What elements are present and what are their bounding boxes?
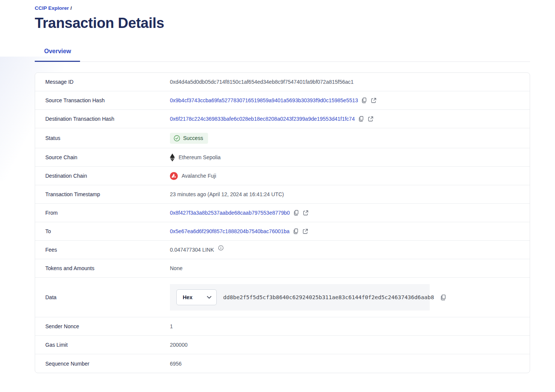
- main-content: CCIP Explorer/ Transaction Details Overv…: [35, 0, 530, 373]
- transaction-details-table: Message ID 0xd4d4a5d0db05dc714f8150c1af6…: [35, 72, 530, 373]
- from-address-link[interactable]: 0x8f427f3a3a8b2537aabde68caab797553e8779…: [170, 210, 290, 216]
- ethereum-icon: [170, 154, 175, 161]
- row-tokens-and-amounts: Tokens and Amounts None: [35, 259, 530, 278]
- row-label: Fees: [35, 247, 170, 253]
- external-link-icon[interactable]: [303, 210, 308, 216]
- dest-chain-cell: Avalanche Fuji: [170, 172, 216, 180]
- row-label: Data: [35, 294, 170, 300]
- row-label: To: [35, 228, 170, 234]
- dest-tx-hash-link[interactable]: 0x6f2178c224c369833bafe6c028eb18ec8208a0…: [170, 116, 355, 122]
- avalanche-icon: [170, 172, 178, 180]
- success-check-icon: [174, 135, 180, 141]
- status-badge: Success: [170, 133, 208, 144]
- breadcrumb-link-ccip-explorer[interactable]: CCIP Explorer: [35, 5, 69, 11]
- row-label: Message ID: [35, 79, 170, 85]
- row-to: To 0x5e67ea6d6f290f857c1888204b7540bac76…: [35, 222, 530, 241]
- row-dest-tx-hash: Destination Transaction Hash 0x6f2178c22…: [35, 110, 530, 128]
- row-label: Source Chain: [35, 154, 170, 160]
- breadcrumb-separator: /: [71, 5, 72, 11]
- row-label: Source Transaction Hash: [35, 97, 170, 103]
- info-icon[interactable]: [218, 245, 224, 251]
- external-link-icon[interactable]: [371, 98, 376, 103]
- row-label: Transaction Timestamp: [35, 191, 170, 197]
- row-label: Sender Nonce: [35, 323, 170, 329]
- source-chain-cell: Ethereum Sepolia: [170, 154, 220, 161]
- status-badge-label: Success: [183, 135, 203, 141]
- copy-icon[interactable]: [440, 294, 447, 301]
- row-source-tx-hash: Source Transaction Hash 0x9b4cf3743ccba6…: [35, 91, 530, 110]
- copy-icon[interactable]: [358, 116, 364, 122]
- message-id-value: 0xd4d4a5d0db05dc714f8150c1af654ed34eb8c9…: [170, 79, 354, 85]
- external-link-icon[interactable]: [302, 229, 308, 234]
- to-address-link[interactable]: 0x5e67ea6d6f290f857c1888204b7540bac76001…: [170, 228, 290, 234]
- chevron-down-icon: [207, 296, 211, 299]
- sequence-number-value: 6956: [170, 361, 182, 367]
- row-message-id: Message ID 0xd4d4a5d0db05dc714f8150c1af6…: [35, 73, 530, 91]
- copy-icon[interactable]: [293, 228, 299, 234]
- row-data: Data Hex dd8be2f5f5d5cf3b8640c62924025b3…: [35, 278, 530, 317]
- data-hex-container: Hex dd8be2f5f5d5cf3b8640c62924025b311ae8…: [170, 284, 430, 311]
- row-label: From: [35, 210, 170, 216]
- dest-chain-name: Avalanche Fuji: [182, 173, 216, 179]
- copy-icon[interactable]: [293, 210, 299, 216]
- gas-limit-value: 200000: [170, 342, 188, 348]
- row-sequence-number: Sequence Number 6956: [35, 354, 530, 373]
- tokens-and-amounts-value: None: [170, 265, 182, 271]
- row-timestamp: Transaction Timestamp 23 minutes ago (Ap…: [35, 185, 530, 204]
- row-label: Tokens and Amounts: [35, 265, 170, 271]
- row-label: Destination Chain: [35, 173, 170, 179]
- row-source-chain: Source Chain Ethereum Sepolia: [35, 148, 530, 167]
- row-status: Status Success: [35, 128, 530, 148]
- source-tx-hash-link[interactable]: 0x9b4cf3743ccba69fa5277830716519859a9401…: [170, 97, 358, 103]
- tab-overview[interactable]: Overview: [35, 44, 80, 62]
- row-label: Status: [35, 135, 170, 141]
- row-fees: Fees 0.047477304 LINK: [35, 241, 530, 259]
- external-link-icon[interactable]: [368, 116, 373, 122]
- row-dest-chain: Destination Chain Avalanche Fuji: [35, 167, 530, 185]
- row-label: Sequence Number: [35, 361, 170, 367]
- row-label: Gas Limit: [35, 342, 170, 348]
- row-gas-limit: Gas Limit 200000: [35, 336, 530, 354]
- breadcrumb: CCIP Explorer/: [35, 5, 530, 11]
- data-format-select[interactable]: Hex: [176, 289, 217, 305]
- data-format-selected: Hex: [183, 294, 193, 300]
- data-hex-value: dd8be2f5f5d5cf3b8640c62924025b311ae83c61…: [223, 294, 434, 300]
- source-chain-name: Ethereum Sepolia: [179, 154, 220, 160]
- copy-icon[interactable]: [361, 97, 367, 103]
- row-sender-nonce: Sender Nonce 1: [35, 317, 530, 336]
- sender-nonce-value: 1: [170, 323, 173, 329]
- fees-value: 0.047477304 LINK: [170, 247, 214, 253]
- timestamp-value: 23 minutes ago (April 12, 2024 at 16:41:…: [170, 191, 284, 197]
- row-from: From 0x8f427f3a3a8b2537aabde68caab797553…: [35, 204, 530, 222]
- tab-bar: Overview: [35, 44, 530, 62]
- row-label: Destination Transaction Hash: [35, 116, 170, 122]
- page-title: Transaction Details: [35, 15, 530, 31]
